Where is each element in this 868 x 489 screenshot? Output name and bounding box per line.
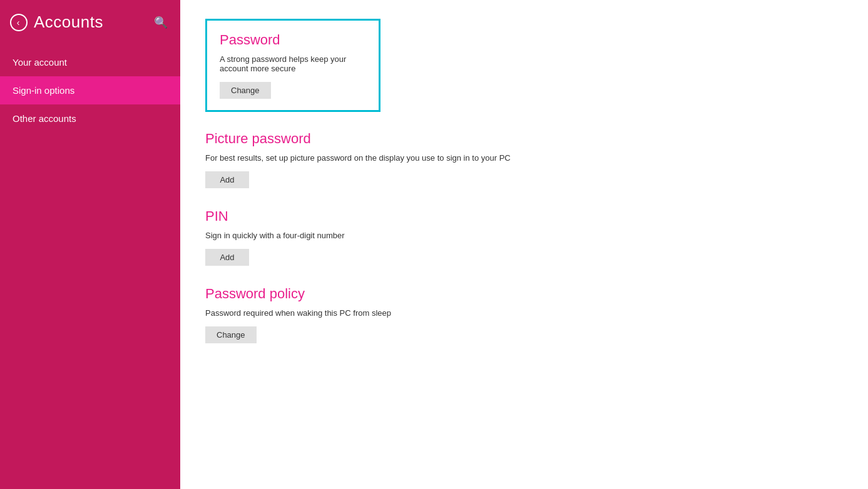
pin-section: PIN Sign in quickly with a four-digit nu… <box>205 208 843 266</box>
picture-password-add-button[interactable]: Add <box>205 171 249 188</box>
sidebar-header: ‹ Accounts 🔍 <box>0 0 180 43</box>
back-arrow-icon: ‹ <box>17 18 20 27</box>
sidebar-item-your-account[interactable]: Your account <box>0 48 180 76</box>
pin-description: Sign in quickly with a four-digit number <box>205 231 843 240</box>
sidebar-nav: Your account Sign-in options Other accou… <box>0 48 180 133</box>
pin-add-button[interactable]: Add <box>205 249 249 266</box>
password-policy-description: Password required when waking this PC fr… <box>205 308 843 318</box>
pin-title: PIN <box>205 208 843 224</box>
password-description: A strong password helps keep your accoun… <box>220 54 366 73</box>
picture-password-description: For best results, set up picture passwor… <box>205 153 843 163</box>
sidebar-title: Accounts <box>34 13 103 32</box>
password-title: Password <box>220 32 366 48</box>
back-button[interactable]: ‹ <box>10 14 28 31</box>
password-section: Password A strong password helps keep yo… <box>205 19 380 112</box>
password-policy-section: Password policy Password required when w… <box>205 286 843 343</box>
sidebar: ‹ Accounts 🔍 Your account Sign-in option… <box>0 0 180 489</box>
main-content: Password A strong password helps keep yo… <box>180 0 868 489</box>
password-policy-title: Password policy <box>205 286 843 302</box>
search-icon[interactable]: 🔍 <box>151 13 170 32</box>
password-policy-change-button[interactable]: Change <box>205 326 257 343</box>
sidebar-item-sign-in-options[interactable]: Sign-in options <box>0 76 180 104</box>
sidebar-item-other-accounts[interactable]: Other accounts <box>0 104 180 133</box>
password-change-button[interactable]: Change <box>220 82 271 99</box>
picture-password-title: Picture password <box>205 131 843 147</box>
picture-password-section: Picture password For best results, set u… <box>205 131 843 188</box>
